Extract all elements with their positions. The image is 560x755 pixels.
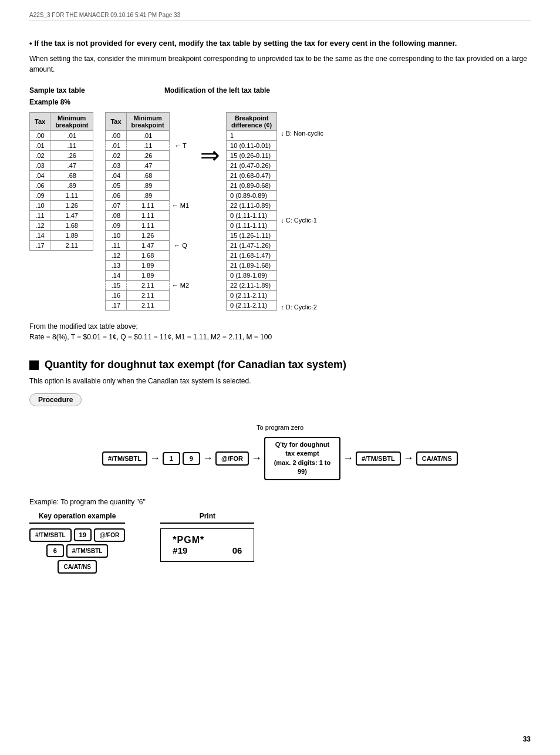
flow-key-tmstbl: #/TM/SBTL xyxy=(102,451,147,466)
print-row: #19 06 xyxy=(173,545,242,555)
table-row: .131.89 xyxy=(106,261,194,271)
table-row: .06.89 xyxy=(30,181,93,191)
black-square-icon xyxy=(29,360,39,370)
table-row: .05.89 xyxy=(106,181,194,191)
table-row: .06.89 xyxy=(106,191,194,201)
sample-tax-table: Tax Minimumbreakpoint .00.01.01.11.02.26… xyxy=(29,112,93,251)
flow-key-tmstbl2: #/TM/SBTL xyxy=(356,451,401,466)
print-title: Print xyxy=(160,512,254,524)
flow-diagram-container: To program zero #/TM/SBTL → 1 9 → @/FOR … xyxy=(29,424,531,480)
flow-key-program: Q'ty for doughnuttax exempt(max. 2 digit… xyxy=(264,437,340,480)
table-row: .152.11← M2 xyxy=(106,281,194,291)
table-row: .111.47← Q xyxy=(106,241,194,251)
procedure-button: Procedure xyxy=(29,393,82,406)
bp-flex: Breakpointdifference (¢) 110 (0.11-0.01)… xyxy=(226,112,323,311)
modification-label: Modification of the left tax table xyxy=(164,86,270,95)
table-row: 21 (0.68-0.47) xyxy=(227,171,277,181)
table-row: 15 (1.26-1.11) xyxy=(227,231,277,241)
flow-arrow-1: → xyxy=(150,452,160,464)
header-bar: A22S_3 FOR THE MANAGER 09.10.16 5:41 PM … xyxy=(29,12,531,21)
table-labels-row: Sample tax table Example 8% Modification… xyxy=(29,86,531,110)
table-row: 21 (1.68-1.47) xyxy=(227,251,277,261)
big-arrow: ⇒ xyxy=(200,141,220,168)
flow-arrow-5: → xyxy=(403,452,414,464)
header-left: A22S_3 FOR THE MANAGER 09.10.16 5:41 PM … xyxy=(29,12,180,18)
page-number: 33 xyxy=(523,735,531,743)
table-row: .03.47 xyxy=(106,161,194,171)
breakpoint-area: Breakpointdifference (¢) 110 (0.11-0.01)… xyxy=(226,112,323,311)
ex-key-19: 19 xyxy=(74,528,92,541)
table-row: 1 xyxy=(227,131,277,141)
print-section: Print *PGM* #19 06 xyxy=(160,512,254,562)
table-row: 0 (0.89-0.89) xyxy=(227,191,277,201)
table-row: 21 (0.89-0.68) xyxy=(227,181,277,191)
table-row: .162.11 xyxy=(106,291,194,301)
bullet-sub-text: When setting the tax, consider the minim… xyxy=(29,53,531,75)
ex-key-tmstbl: #/TM/SBTL xyxy=(29,528,72,542)
table-row: .172.11 xyxy=(30,241,93,251)
from-modified-line1: From the modified tax table above; xyxy=(29,322,531,331)
table-row: 15 (0.26-0.11) xyxy=(227,151,277,161)
table-row: 0 (2.11-2.11) xyxy=(227,301,277,311)
table-row: .141.89 xyxy=(30,231,93,241)
flow-diagram: #/TM/SBTL → 1 9 → @/FOR → Q'ty for dough… xyxy=(29,437,531,480)
rate-line: Rate = 8(%), T = $0.01 = 1¢, Q = $0.11 =… xyxy=(29,333,531,341)
table-label-left: Sample tax table Example 8% xyxy=(29,86,147,110)
table-row: 21 (1.47-1.26) xyxy=(227,241,277,251)
table-label-right: Modification of the left tax table xyxy=(164,86,270,110)
section-title: Quantity for doughnut tax exempt (for Ca… xyxy=(45,359,346,371)
tables-area: Tax Minimumbreakpoint .00.01.01.11.02.26… xyxy=(29,112,531,311)
table-row: .01.11← T xyxy=(106,141,194,151)
table-row: 0 (1.11-1.11) xyxy=(227,221,277,231)
ex-key-caatns: CA/AT/NS xyxy=(58,560,96,574)
mod-col-minbp: Minimumbreakpoint xyxy=(126,113,169,131)
bp-label-item: ↓ B: Non-cyclic xyxy=(281,130,323,137)
bp-right-labels: ↓ B: Non-cyclic↓ C: Cyclic-1↑ D: Cyclic-… xyxy=(277,112,323,311)
example-section: Example: To program the quantity "6" Key… xyxy=(29,498,531,574)
flow-arrow-3: → xyxy=(251,452,262,464)
table-row: .04.68 xyxy=(30,171,93,181)
flow-key-9: 9 xyxy=(183,452,200,465)
table-row: .141.89 xyxy=(106,271,194,281)
print-06: 06 xyxy=(232,545,242,555)
table-row: .081.11 xyxy=(106,211,194,221)
flow-label-above: To program zero xyxy=(29,424,531,431)
flow-key-for: @/FOR xyxy=(215,451,249,466)
example-title: Example: To program the quantity "6" xyxy=(29,498,531,506)
table-row: 22 (1.11-0.89) xyxy=(227,201,277,211)
print-pgm: *PGM* xyxy=(173,535,242,545)
table-row: .01.11 xyxy=(30,141,93,151)
bp-label-item: ↑ D: Cyclic-2 xyxy=(281,304,323,311)
mod-col-marker xyxy=(169,113,194,131)
print-box: *PGM* #19 06 xyxy=(160,528,254,562)
modified-tax-table: Tax Minimumbreakpoint .00.01.01.11← T.02… xyxy=(105,112,194,311)
bp-header: Breakpointdifference (¢) xyxy=(227,113,277,131)
flow-arrow-2: → xyxy=(203,452,213,464)
table-row: .101.26 xyxy=(106,231,194,241)
print-hash19: #19 xyxy=(173,545,187,555)
table-row: 0 (1.11-1.11) xyxy=(227,211,277,221)
modified-table-group: Tax Minimumbreakpoint .00.01.01.11← T.02… xyxy=(105,112,194,311)
table-row: 21 (1.89-1.68) xyxy=(227,261,277,271)
key-op-table: Key operation example #/TM/SBTL 19 @/FOR… xyxy=(29,512,125,574)
table-row: .111.47 xyxy=(30,211,93,221)
key-op-row-1: #/TM/SBTL 19 @/FOR xyxy=(29,528,125,542)
col-min-bp: Minimumbreakpoint xyxy=(50,113,93,131)
bullet-section: • If the tax is not provided for every c… xyxy=(29,39,531,75)
table-row: .00.01 xyxy=(106,131,194,141)
col-tax: Tax xyxy=(30,113,50,131)
breakpoint-table: Breakpointdifference (¢) 110 (0.11-0.01)… xyxy=(226,112,277,311)
key-op-rows: #/TM/SBTL 19 @/FOR 6 #/TM/SBTL CA/AT/NS xyxy=(29,528,125,574)
table-row: .121.68 xyxy=(30,221,93,231)
table-row: 0 (1.89-1.89) xyxy=(227,271,277,281)
quantity-section: Quantity for doughnut tax exempt (for Ca… xyxy=(29,359,531,418)
table-row: .091.11 xyxy=(30,191,93,201)
flow-key-1: 1 xyxy=(163,452,180,465)
ex-key-6: 6 xyxy=(46,544,64,557)
table-row: 0 (2.11-2.11) xyxy=(227,291,277,301)
table-row: 21 (0.47-0.26) xyxy=(227,161,277,171)
table-row: .02.26 xyxy=(106,151,194,161)
sample-table-label2: Example 8% xyxy=(29,98,147,106)
table-row: .091.11 xyxy=(106,221,194,231)
ex-key-for: @/FOR xyxy=(94,528,126,542)
